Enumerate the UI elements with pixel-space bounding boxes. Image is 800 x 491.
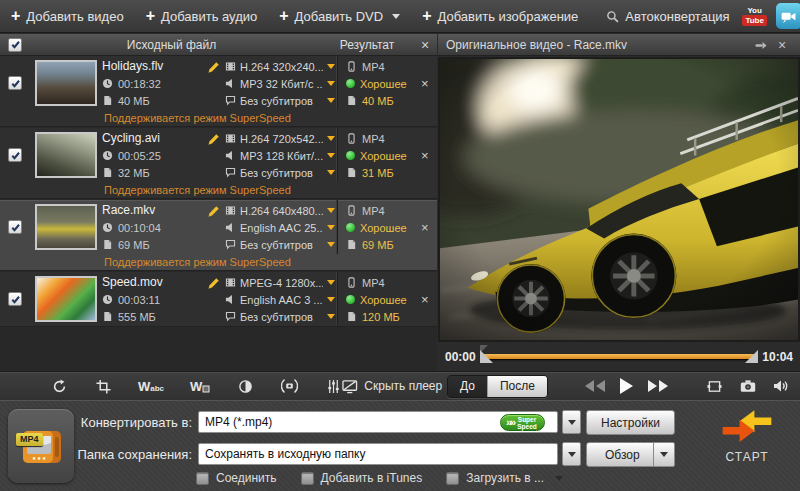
- row-checkbox[interactable]: [8, 76, 22, 90]
- autoconvert-label: Автоконвертация: [625, 9, 729, 24]
- format-dropdown-button[interactable]: [562, 410, 581, 434]
- start-label: СТАРТ: [708, 450, 786, 464]
- chevron-down-icon: [327, 242, 335, 247]
- video-chat-icon[interactable]: [776, 3, 800, 29]
- chevron-down-icon: [327, 280, 335, 285]
- hide-player-button[interactable]: Скрыть плеер: [342, 379, 450, 394]
- edit-pencil-button[interactable]: [207, 274, 225, 326]
- add-video-button[interactable]: + Добавить видео: [0, 0, 135, 32]
- save-folder-input[interactable]: [198, 443, 558, 465]
- close-player-button[interactable]: ×: [772, 37, 792, 53]
- subtitles-dropdown[interactable]: Без субтитров: [225, 308, 337, 325]
- fast-forward-button[interactable]: [648, 380, 668, 392]
- row-checkbox[interactable]: [8, 148, 22, 162]
- row-checkbox[interactable]: [8, 220, 22, 234]
- file-row[interactable]: Speed.mov 00:03:11 555 МБ MPEG-4 1280x..…: [0, 272, 437, 327]
- text-watermark-button[interactable]: Wabc: [138, 379, 164, 394]
- video-format-dropdown[interactable]: H.264 320x240...: [225, 58, 337, 75]
- remove-file-button[interactable]: ×: [421, 200, 437, 254]
- video-format-dropdown[interactable]: H.264 640x480...: [225, 202, 337, 219]
- subtitles-dropdown[interactable]: Без субтитров: [225, 164, 337, 181]
- file-row-selected[interactable]: Race.mkv 00:10:04 69 МБ H.264 640x480...…: [0, 200, 437, 271]
- remove-file-button[interactable]: ×: [421, 56, 437, 110]
- pencil-icon: [207, 61, 220, 74]
- row-checkbox[interactable]: [8, 292, 22, 306]
- contrast-button[interactable]: [236, 377, 254, 395]
- add-audio-button[interactable]: + Добавить аудио: [135, 0, 269, 32]
- rotate-icon: [52, 379, 67, 394]
- seek-bar[interactable]: [483, 354, 756, 359]
- edit-pencil-button[interactable]: [207, 202, 225, 254]
- fullscreen-button[interactable]: [706, 377, 724, 395]
- audio-format-dropdown[interactable]: English AAC 25...: [225, 219, 337, 236]
- chevron-down-icon: [327, 136, 335, 141]
- file-icon: [102, 311, 113, 322]
- volume-button[interactable]: [772, 377, 790, 395]
- file-list: Holidays.flv 00:18:32 40 МБ H.264 320x24…: [0, 56, 437, 371]
- join-checkbox[interactable]: Соединить: [196, 471, 277, 485]
- clock-icon: [102, 150, 113, 161]
- hide-player-icon: [342, 379, 358, 394]
- add-dvd-button[interactable]: + Добавить DVD: [268, 0, 411, 32]
- autoconvert-button[interactable]: Автоконвертация: [595, 0, 740, 32]
- remove-file-button[interactable]: ×: [421, 128, 437, 182]
- start-button[interactable]: СТАРТ: [708, 407, 786, 464]
- stabilization-button[interactable]: [280, 377, 298, 395]
- superspeed-note: Поддерживается режим SuperSpeed: [0, 110, 437, 127]
- audio-format-dropdown[interactable]: MP3 128 Кбит/...: [225, 147, 337, 164]
- file-row[interactable]: Holidays.flv 00:18:32 40 МБ H.264 320x24…: [0, 56, 437, 127]
- chevron-down-icon: [327, 64, 335, 69]
- device-icon: [346, 205, 357, 216]
- file-list-header: Исходный файл Результат ×: [0, 34, 437, 56]
- remove-file-button[interactable]: ×: [421, 272, 437, 326]
- video-thumbnail: [35, 276, 97, 322]
- subtitles-dropdown[interactable]: Без субтитров: [225, 92, 337, 109]
- image-watermark-button[interactable]: W: [190, 379, 210, 394]
- add-image-button[interactable]: + Добавить изображение: [411, 0, 589, 32]
- levels-button[interactable]: [324, 377, 342, 395]
- output-format: MP4: [362, 61, 385, 73]
- pencil-icon: [207, 133, 220, 146]
- youtube-icon[interactable]: You Tube: [741, 3, 769, 30]
- edit-pencil-button[interactable]: [207, 58, 225, 110]
- rewind-button[interactable]: [585, 380, 605, 392]
- pencil-icon: [207, 277, 220, 290]
- settings-button[interactable]: Настройки: [586, 410, 675, 435]
- crop-button[interactable]: [94, 377, 112, 395]
- trim-start-handle[interactable]: [480, 350, 493, 363]
- browse-button[interactable]: Обзор: [586, 442, 659, 467]
- chevron-down-icon: [327, 225, 335, 230]
- before-button[interactable]: До: [448, 376, 487, 397]
- after-button[interactable]: После: [487, 376, 547, 397]
- film-icon: [225, 277, 236, 288]
- trim-end-handle[interactable]: [745, 350, 758, 363]
- remove-all-button[interactable]: ×: [413, 37, 437, 53]
- audio-format-dropdown[interactable]: MP3 32 Кбит/с ...: [225, 75, 337, 92]
- rotate-button[interactable]: [50, 377, 68, 395]
- upload-to-checkbox[interactable]: Загрузить в ...: [446, 471, 563, 485]
- audio-format-dropdown[interactable]: English AAC 3 ...: [225, 291, 337, 308]
- file-icon: [102, 167, 113, 178]
- preset-format-badge: MP4: [16, 433, 43, 446]
- check-icon: [10, 39, 21, 50]
- superspeed-note: Поддерживается режим SuperSpeed: [0, 182, 437, 199]
- subtitles-dropdown[interactable]: Без субтитров: [225, 236, 337, 253]
- edit-pencil-button[interactable]: [207, 130, 225, 182]
- browse-dropdown-button[interactable]: [653, 442, 675, 467]
- plus-icon: +: [11, 8, 20, 24]
- add-to-itunes-checkbox[interactable]: Добавить в iTunes: [301, 471, 423, 485]
- select-all-checkbox[interactable]: [8, 38, 22, 52]
- pin-player-button[interactable]: [752, 37, 772, 53]
- snapshot-button[interactable]: [739, 377, 757, 395]
- app-window: + Добавить видео + Добавить аудио + Доба…: [0, 0, 800, 491]
- play-button[interactable]: [620, 378, 633, 394]
- file-duration: 00:10:04: [118, 222, 161, 234]
- convert-to-label: Конвертировать в:: [0, 415, 192, 430]
- chevron-down-icon: [555, 476, 563, 481]
- folder-dropdown-button[interactable]: [562, 442, 581, 466]
- equalizer-icon: [326, 379, 341, 394]
- video-format-dropdown[interactable]: MPEG-4 1280x...: [225, 274, 337, 291]
- file-row[interactable]: Cycling.avi 00:05:25 32 МБ H.264 720x542…: [0, 128, 437, 199]
- pencil-icon: [207, 205, 220, 218]
- video-format-dropdown[interactable]: H.264 720x542...: [225, 130, 337, 147]
